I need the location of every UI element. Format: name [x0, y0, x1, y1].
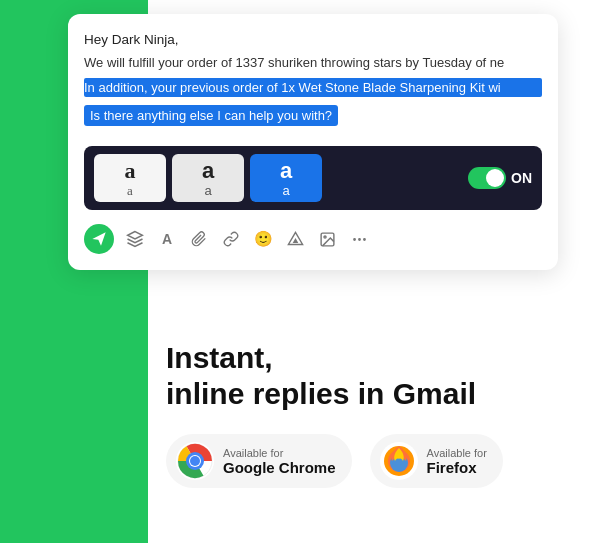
typeface-sans[interactable]: a a	[172, 154, 244, 202]
typeface-serif-big-a: a	[125, 160, 136, 182]
headline-line2: inline replies in Gmail	[166, 376, 592, 412]
svg-point-3	[363, 238, 364, 239]
gmail-toolbar: A 🙂	[84, 220, 542, 256]
svg-point-1	[323, 235, 325, 237]
chrome-badge-text: Available for Google Chrome	[223, 447, 336, 476]
email-highlight: In addition, your previous order of 1x W…	[84, 78, 542, 97]
toggle-track[interactable]	[468, 167, 506, 189]
toggle-container: ON	[468, 167, 532, 189]
main-content: Hey Dark Ninja, We will fulfill your ord…	[0, 0, 610, 543]
typeface-sans-small-a: a	[204, 184, 211, 197]
typeface-sans-big-a: a	[202, 160, 214, 182]
typeface-serif[interactable]: a a	[94, 154, 166, 202]
attach-icon[interactable]	[188, 228, 210, 250]
send-icon[interactable]	[84, 224, 114, 254]
chrome-icon	[176, 442, 214, 480]
headline: Instant, inline replies in Gmail	[166, 340, 592, 412]
firefox-icon	[380, 442, 418, 480]
chrome-browser-name: Google Chrome	[223, 459, 336, 476]
emoji-icon[interactable]: 🙂	[252, 228, 274, 250]
photo-icon[interactable]	[316, 228, 338, 250]
firefox-badge-text: Available for Firefox	[427, 447, 487, 476]
firefox-available: Available for	[427, 447, 487, 459]
firefox-browser-name: Firefox	[427, 459, 487, 476]
typeface-selected-big-a: a	[280, 160, 292, 182]
toggle-thumb	[486, 169, 504, 187]
svg-point-2	[358, 238, 359, 239]
browser-badges: Available for Google Chrome	[166, 434, 592, 488]
chrome-badge[interactable]: Available for Google Chrome	[166, 434, 352, 488]
typeface-selected[interactable]: a a	[250, 154, 322, 202]
typeface-chooser: a a a a a a ON	[84, 146, 542, 210]
toggle-label: ON	[511, 170, 532, 186]
email-body: We will fulfill your order of 1337 shuri…	[84, 55, 542, 70]
svg-point-4	[353, 238, 354, 239]
dropbox-icon[interactable]	[124, 228, 146, 250]
link-icon[interactable]	[220, 228, 242, 250]
drive-icon[interactable]	[284, 228, 306, 250]
headline-line1: Instant,	[166, 340, 592, 376]
bottom-section: Instant, inline replies in Gmail	[148, 340, 610, 488]
firefox-badge[interactable]: Available for Firefox	[370, 434, 503, 488]
email-question: Is there anything else I can help you wi…	[84, 105, 338, 126]
typeface-selected-small-a: a	[282, 184, 289, 197]
svg-point-9	[190, 456, 200, 466]
more-icon[interactable]	[348, 228, 370, 250]
chrome-available: Available for	[223, 447, 336, 459]
email-card: Hey Dark Ninja, We will fulfill your ord…	[68, 14, 558, 270]
typeface-serif-small-a: a	[127, 184, 133, 197]
email-greeting: Hey Dark Ninja,	[84, 32, 542, 47]
text-format-icon[interactable]: A	[156, 228, 178, 250]
